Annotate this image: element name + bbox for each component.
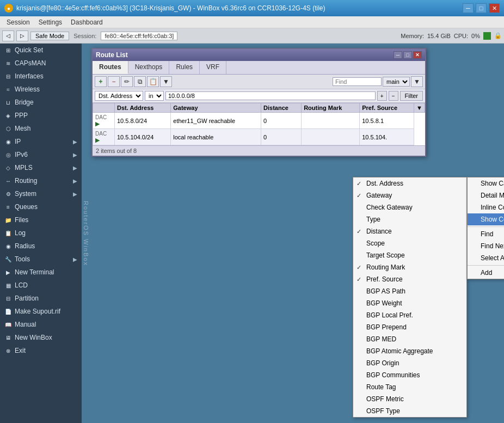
route-list-maximize[interactable]: □ <box>403 51 412 59</box>
table-row[interactable]: DAC ▶ 10.5.104.0/24 local reachable 0 10… <box>93 129 425 145</box>
edit-route-button[interactable]: ✏ <box>121 76 133 87</box>
sidebar-item-radius[interactable]: ◉ Radius <box>0 240 82 253</box>
cm-type[interactable]: Type <box>353 213 466 225</box>
table-row[interactable]: DAC ▶ 10.5.8.0/24 ether11_GW reachable 0… <box>93 113 425 129</box>
cm-bgp-communities[interactable]: BGP Communities <box>353 369 466 381</box>
filter-apply-button[interactable]: Filter <box>400 91 423 101</box>
sidebar-item-log[interactable]: 📋 Log <box>0 226 82 240</box>
filter-route-button[interactable]: ▼ <box>160 76 172 87</box>
sidebar-item-ppp[interactable]: ◈ PPP <box>0 109 82 122</box>
sidebar-item-mesh[interactable]: ⬡ Mesh <box>0 122 82 135</box>
col-routing-mark[interactable]: Routing Mark <box>302 103 360 113</box>
col-dst-address[interactable]: Dst. Address <box>115 103 171 113</box>
back-button[interactable]: ◁ <box>2 30 14 41</box>
sidebar-item-tools[interactable]: 🔧 Tools ▶ <box>0 253 82 266</box>
sidebar-label-new-winbox: New WinBox <box>15 334 52 341</box>
cm-check-gateway[interactable]: Check Gateway <box>353 201 466 213</box>
main-select[interactable]: main <box>383 77 410 87</box>
sidebar-item-ip[interactable]: ◉ IP ▶ <box>0 135 82 148</box>
route-list-minimize[interactable]: ─ <box>394 51 402 59</box>
sidebar-item-quick-set[interactable]: ⊞ Quick Set <box>0 44 82 57</box>
find-input[interactable] <box>333 77 382 86</box>
cm-target-scope[interactable]: Target Scope <box>353 249 466 261</box>
cm-inline-comments-label: Inline Comments <box>481 204 504 211</box>
sidebar-item-system[interactable]: ⚙ System ▶ <box>0 187 82 200</box>
cm-dst-address[interactable]: Dst. Address <box>353 177 466 189</box>
col-gateway[interactable]: Gateway <box>171 103 261 113</box>
sidebar-item-files[interactable]: 📁 Files <box>0 213 82 226</box>
filter-value-input[interactable] <box>165 91 376 100</box>
cm-show-categories[interactable]: Show Categories <box>468 177 504 189</box>
sidebar-item-queues[interactable]: ≡ Queues <box>0 200 82 213</box>
sidebar-item-new-terminal[interactable]: ▶ New Terminal <box>0 266 82 279</box>
add-route-button[interactable]: + <box>95 76 107 87</box>
remove-route-button[interactable]: − <box>108 76 120 87</box>
filter-remove-button[interactable]: − <box>389 91 398 101</box>
route-list-close[interactable]: ✕ <box>413 51 422 59</box>
tab-vrf[interactable]: VRF <box>200 61 226 74</box>
filter-field-select[interactable]: Dst. Address <box>95 91 143 101</box>
cm-inline-comments[interactable]: Inline Comments <box>468 201 504 213</box>
sidebar-item-interfaces[interactable]: ⊟ Interfaces <box>0 70 82 83</box>
cm-bgp-origin[interactable]: BGP Origin <box>353 357 466 369</box>
content-area: RouterOS WinBox Route List ─ □ ✕ Routes … <box>82 44 504 423</box>
sidebar-item-make-supout[interactable]: 📄 Make Supout.rif <box>0 305 82 318</box>
col-distance[interactable]: Distance <box>261 103 302 113</box>
cm-ospf-type[interactable]: OSPF Type <box>353 405 466 417</box>
sidebar-item-manual[interactable]: 📖 Manual <box>0 318 82 331</box>
sidebar-item-exit[interactable]: ⊗ Exit <box>0 344 82 357</box>
maximize-button[interactable]: □ <box>476 3 487 13</box>
sidebar-item-capsman[interactable]: ≋ CAPsMAN <box>0 57 82 70</box>
sidebar-item-partition[interactable]: ⊟ Partition <box>0 292 82 305</box>
filter-operator-select[interactable]: in <box>145 91 164 101</box>
menu-session[interactable]: Session <box>2 17 34 27</box>
cm-route-tag[interactable]: Route Tag <box>353 381 466 393</box>
copy-route-button[interactable]: ⧉ <box>134 76 146 87</box>
cm-bgp-local-pref[interactable]: BGP Local Pref. <box>353 309 466 321</box>
cm-add[interactable]: Add INS <box>468 267 504 279</box>
menu-bar: Session Settings Dashboard <box>0 16 504 28</box>
cm-show-columns[interactable]: Show Columns ▶ <box>468 213 504 225</box>
cm-find-next[interactable]: Find Next Ctrl+G <box>468 240 504 252</box>
more-options-button[interactable]: ▼ <box>411 76 423 87</box>
menu-settings[interactable]: Settings <box>34 17 66 27</box>
cm-bgp-med[interactable]: BGP MED <box>353 333 466 345</box>
sidebar-item-wireless[interactable]: ≈ Wireless <box>0 83 82 96</box>
sidebar-item-mpls[interactable]: ◇ MPLS ▶ <box>0 161 82 174</box>
cm-add-label: Add <box>481 269 492 277</box>
cm-scope[interactable]: Scope <box>353 237 466 249</box>
cm-bgp-atomic-aggregate[interactable]: BGP Atomic Aggregate <box>353 345 466 357</box>
sidebar-item-bridge[interactable]: ⊔ Bridge <box>0 96 82 109</box>
tab-nexthops[interactable]: Nexthops <box>128 61 170 74</box>
col-pref-source[interactable]: Pref. Source <box>360 103 414 113</box>
paste-route-button[interactable]: 📋 <box>147 76 159 87</box>
filter-add-button[interactable]: + <box>377 91 387 101</box>
cm-type-label: Type <box>366 216 380 223</box>
cm-select-all[interactable]: Select All Ctrl+A <box>468 252 504 264</box>
sidebar-label-capsman: CAPsMAN <box>15 59 46 67</box>
safe-mode-button[interactable]: Safe Mode <box>30 32 69 40</box>
menu-dashboard[interactable]: Dashboard <box>66 17 107 27</box>
context-menu-right: Show Categories Detail Mode Inline Comme… <box>467 177 504 279</box>
cm-distance[interactable]: Distance <box>353 225 466 237</box>
cm-routing-mark[interactable]: Routing Mark <box>353 261 466 273</box>
close-button[interactable]: ✕ <box>489 3 500 13</box>
cm-bgp-prepend[interactable]: BGP Prepend <box>353 321 466 333</box>
col-flags[interactable] <box>93 103 115 113</box>
cm-detail-mode[interactable]: Detail Mode <box>468 189 504 201</box>
forward-button[interactable]: ▷ <box>16 30 28 41</box>
cm-ospf-metric[interactable]: OSPF Metric <box>353 393 466 405</box>
tab-routes[interactable]: Routes <box>93 61 128 74</box>
cm-gateway[interactable]: Gateway <box>353 189 466 201</box>
sidebar-item-ipv6[interactable]: ◎ IPv6 ▶ <box>0 148 82 161</box>
cm-bgp-as-path[interactable]: BGP AS Path <box>353 285 466 297</box>
cm-pref-source[interactable]: Pref. Source <box>353 273 466 285</box>
sidebar-item-new-winbox[interactable]: 🖥 New WinBox <box>0 331 82 344</box>
tab-rules[interactable]: Rules <box>169 61 200 74</box>
cm-bgp-weight[interactable]: BGP Weight <box>353 297 466 309</box>
sidebar-item-routing[interactable]: ↔ Routing ▶ <box>0 174 82 187</box>
sidebar-item-lcd[interactable]: ▦ LCD <box>0 279 82 292</box>
col-extra[interactable]: ▼ <box>414 103 425 113</box>
cm-find[interactable]: Find Ctrl+F <box>468 228 504 240</box>
minimize-button[interactable]: ─ <box>463 3 474 13</box>
